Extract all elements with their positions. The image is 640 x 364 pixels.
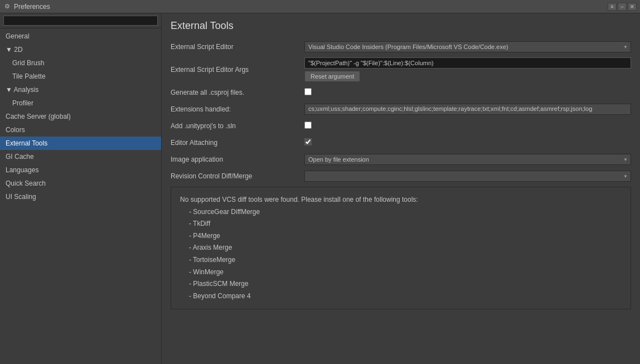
reset-argument-button[interactable]: Reset argument: [304, 71, 360, 82]
sidebar-item-colors[interactable]: Colors: [0, 123, 161, 137]
window-title: Preferences: [14, 3, 608, 11]
sidebar-section: General ▼ 2D Grid Brush Tile Palette ▼ A…: [0, 28, 161, 205]
form-row-editor-attaching: Editor Attaching: [171, 137, 631, 149]
image-application-dropdown[interactable]: Open by file extension: [304, 154, 631, 165]
sidebar-item-gi-cache[interactable]: GI Cache: [0, 150, 161, 163]
sidebar-item-tile-palette[interactable]: Tile Palette: [0, 70, 161, 83]
sidebar-item-2d[interactable]: ▼ 2D: [0, 43, 161, 56]
search-bar: [0, 13, 161, 28]
form-row-revision-control: Revision Control Diff/Merge: [171, 170, 631, 182]
editor-args-control: Reset argument: [304, 57, 631, 82]
generate-csproj-checkbox[interactable]: [304, 88, 312, 95]
main-panel: External Tools External Script Editor Vi…: [162, 13, 640, 364]
sidebar-item-ui-scaling[interactable]: UI Scaling: [0, 190, 161, 203]
vcs-line-7: - PlasticSCM Merge: [180, 278, 622, 290]
add-unityprojs-control: [304, 122, 631, 130]
panel-title: External Tools: [171, 20, 631, 32]
vcs-line-3: - P4Merge: [180, 230, 622, 242]
label-external-script-editor: External Script Editor: [171, 43, 304, 51]
vcs-line-0: No supported VCS diff tools were found. …: [180, 194, 622, 206]
label-extensions: Extensions handled:: [171, 105, 304, 113]
titlebar: ⚙ Preferences ≡ – ✕: [0, 0, 640, 13]
sidebar-item-general[interactable]: General: [0, 30, 161, 43]
editor-args-input[interactable]: [304, 57, 631, 69]
label-editor-attaching: Editor Attaching: [171, 139, 304, 147]
generate-csproj-control: [304, 88, 631, 97]
vcs-message-box: No supported VCS diff tools were found. …: [171, 187, 631, 309]
sidebar-item-grid-brush[interactable]: Grid Brush: [0, 56, 161, 70]
vcs-line-5: - TortoiseMerge: [180, 254, 622, 266]
external-script-editor-dropdown[interactable]: Visual Studio Code Insiders (Program Fil…: [304, 41, 631, 52]
menu-button[interactable]: ≡: [608, 3, 617, 11]
sidebar-item-profiler[interactable]: Profiler: [0, 96, 161, 110]
form-row-extensions: Extensions handled: cs;uxml;uss;shader;c…: [171, 103, 631, 115]
minimize-button[interactable]: –: [618, 3, 627, 11]
sidebar-item-external-tools[interactable]: External Tools: [0, 137, 161, 150]
form-row-external-script-editor: External Script Editor Visual Studio Cod…: [171, 41, 631, 53]
editor-attaching-control: [304, 138, 631, 147]
preferences-window: ⚙ Preferences ≡ – ✕ General ▼ 2D Grid Br…: [0, 0, 640, 364]
sidebar: General ▼ 2D Grid Brush Tile Palette ▼ A…: [0, 13, 162, 364]
label-generate-csproj: Generate all .csproj files.: [171, 89, 304, 96]
label-add-unityprojs: Add .unityproj's to .sln: [171, 122, 304, 130]
sidebar-item-cache-server[interactable]: Cache Server (global): [0, 110, 161, 123]
search-input[interactable]: [3, 16, 158, 26]
window-icon: ⚙: [3, 3, 11, 11]
vcs-line-2: - TkDiff: [180, 218, 622, 230]
vcs-line-4: - Araxis Merge: [180, 242, 622, 254]
add-unityprojs-checkbox[interactable]: [304, 122, 312, 129]
content-area: General ▼ 2D Grid Brush Tile Palette ▼ A…: [0, 13, 640, 364]
dropdown-wrapper-revision: [304, 171, 631, 182]
label-revision-control: Revision Control Diff/Merge: [171, 172, 304, 180]
editor-attaching-checkbox[interactable]: [304, 138, 312, 145]
form-row-editor-args: External Script Editor Args Reset argume…: [171, 57, 631, 82]
sidebar-item-quick-search[interactable]: Quick Search: [0, 177, 161, 190]
revision-control-dropdown[interactable]: [304, 171, 631, 182]
dropdown-wrapper-image-app: Open by file extension: [304, 154, 631, 165]
extensions-control: cs;uxml;uss;shader;compute;cginc;hlsl;gl…: [304, 104, 631, 115]
vcs-line-8: - Beyond Compare 4: [180, 290, 622, 303]
form-row-add-unityprojs: Add .unityproj's to .sln: [171, 120, 631, 132]
close-button[interactable]: ✕: [628, 3, 637, 11]
sidebar-item-languages[interactable]: Languages: [0, 163, 161, 177]
vcs-line-1: - SourceGear DiffMerge: [180, 206, 622, 219]
form-row-generate-csproj: Generate all .csproj files.: [171, 86, 631, 99]
form-row-image-application: Image application Open by file extension: [171, 153, 631, 166]
vcs-line-6: - WinMerge: [180, 266, 622, 279]
label-editor-args: External Script Editor Args: [171, 66, 304, 74]
dropdown-wrapper-script-editor: Visual Studio Code Insiders (Program Fil…: [304, 41, 631, 52]
extensions-value: cs;uxml;uss;shader;compute;cginc;hlsl;gl…: [304, 104, 631, 115]
sidebar-item-analysis[interactable]: ▼ Analysis: [0, 83, 161, 96]
label-image-application: Image application: [171, 156, 304, 163]
window-controls: ≡ – ✕: [608, 3, 637, 11]
